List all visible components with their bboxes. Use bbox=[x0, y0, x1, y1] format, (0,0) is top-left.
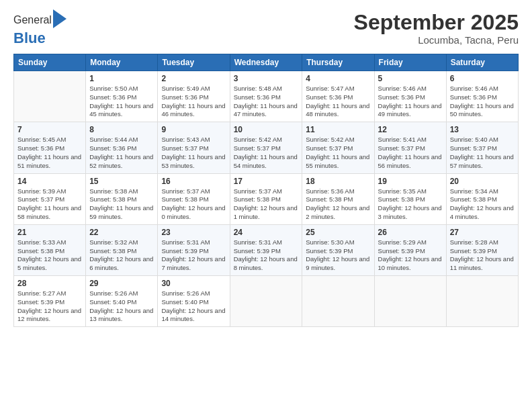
calendar-cell: 22Sunrise: 5:32 AM Sunset: 5:38 PM Dayli… bbox=[86, 224, 158, 275]
calendar-cell: 21Sunrise: 5:33 AM Sunset: 5:38 PM Dayli… bbox=[14, 224, 86, 275]
calendar-cell: 29Sunrise: 5:26 AM Sunset: 5:40 PM Dayli… bbox=[86, 276, 158, 327]
day-info: Sunrise: 5:31 AM Sunset: 5:39 PM Dayligh… bbox=[234, 238, 299, 273]
day-number: 17 bbox=[234, 177, 299, 186]
day-info: Sunrise: 5:37 AM Sunset: 5:38 PM Dayligh… bbox=[161, 187, 226, 222]
day-info: Sunrise: 5:47 AM Sunset: 5:36 PM Dayligh… bbox=[306, 85, 370, 119]
day-number: 15 bbox=[89, 177, 154, 186]
day-info: Sunrise: 5:46 AM Sunset: 5:36 PM Dayligh… bbox=[450, 85, 515, 119]
day-number: 29 bbox=[89, 279, 154, 288]
day-info: Sunrise: 5:33 AM Sunset: 5:38 PM Dayligh… bbox=[17, 238, 82, 273]
day-info: Sunrise: 5:30 AM Sunset: 5:39 PM Dayligh… bbox=[306, 238, 370, 273]
calendar-cell: 24Sunrise: 5:31 AM Sunset: 5:39 PM Dayli… bbox=[230, 224, 302, 275]
calendar-table: SundayMondayTuesdayWednesdayThursdayFrid… bbox=[13, 54, 519, 327]
calendar-cell: 6Sunrise: 5:46 AM Sunset: 5:36 PM Daylig… bbox=[446, 71, 518, 122]
main-title: September 2025 bbox=[354, 11, 519, 34]
day-number: 10 bbox=[234, 125, 299, 134]
day-number: 3 bbox=[234, 74, 299, 83]
calendar-cell: 25Sunrise: 5:30 AM Sunset: 5:39 PM Dayli… bbox=[302, 224, 374, 275]
calendar-week-4: 21Sunrise: 5:33 AM Sunset: 5:38 PM Dayli… bbox=[14, 224, 519, 275]
calendar-cell: 18Sunrise: 5:36 AM Sunset: 5:38 PM Dayli… bbox=[302, 173, 374, 224]
day-number: 20 bbox=[450, 177, 515, 186]
day-info: Sunrise: 5:34 AM Sunset: 5:38 PM Dayligh… bbox=[450, 187, 515, 222]
day-info: Sunrise: 5:38 AM Sunset: 5:38 PM Dayligh… bbox=[89, 187, 154, 222]
day-number: 24 bbox=[234, 228, 299, 237]
day-number: 7 bbox=[17, 125, 82, 134]
calendar-cell: 26Sunrise: 5:29 AM Sunset: 5:39 PM Dayli… bbox=[374, 224, 446, 275]
calendar-cell: 30Sunrise: 5:26 AM Sunset: 5:40 PM Dayli… bbox=[158, 276, 230, 327]
day-number: 8 bbox=[89, 125, 154, 134]
calendar-cell: 9Sunrise: 5:43 AM Sunset: 5:37 PM Daylig… bbox=[158, 122, 230, 173]
day-info: Sunrise: 5:36 AM Sunset: 5:38 PM Dayligh… bbox=[306, 187, 370, 222]
calendar-cell: 19Sunrise: 5:35 AM Sunset: 5:38 PM Dayli… bbox=[374, 173, 446, 224]
day-info: Sunrise: 5:28 AM Sunset: 5:39 PM Dayligh… bbox=[450, 238, 515, 273]
calendar-week-3: 14Sunrise: 5:39 AM Sunset: 5:37 PM Dayli… bbox=[14, 173, 519, 224]
calendar-week-2: 7Sunrise: 5:45 AM Sunset: 5:36 PM Daylig… bbox=[14, 122, 519, 173]
svg-marker-0 bbox=[53, 9, 66, 28]
day-number: 9 bbox=[161, 125, 226, 134]
day-number: 23 bbox=[161, 228, 226, 237]
calendar-cell: 17Sunrise: 5:37 AM Sunset: 5:38 PM Dayli… bbox=[230, 173, 302, 224]
calendar-cell bbox=[446, 276, 518, 327]
day-info: Sunrise: 5:37 AM Sunset: 5:38 PM Dayligh… bbox=[234, 187, 299, 222]
day-info: Sunrise: 5:35 AM Sunset: 5:38 PM Dayligh… bbox=[378, 187, 443, 222]
day-number: 25 bbox=[306, 228, 370, 237]
calendar-header-thursday: Thursday bbox=[302, 54, 374, 71]
calendar-header-wednesday: Wednesday bbox=[230, 54, 302, 71]
day-info: Sunrise: 5:42 AM Sunset: 5:37 PM Dayligh… bbox=[306, 136, 370, 170]
day-number: 2 bbox=[161, 74, 226, 83]
day-number: 27 bbox=[450, 228, 515, 237]
title-block: September 2025 Locumba, Tacna, Peru bbox=[354, 11, 519, 46]
calendar-cell: 5Sunrise: 5:46 AM Sunset: 5:36 PM Daylig… bbox=[374, 71, 446, 122]
day-info: Sunrise: 5:26 AM Sunset: 5:40 PM Dayligh… bbox=[89, 289, 154, 324]
day-number: 26 bbox=[378, 228, 443, 237]
day-number: 22 bbox=[89, 228, 154, 237]
calendar-cell: 14Sunrise: 5:39 AM Sunset: 5:37 PM Dayli… bbox=[14, 173, 86, 224]
day-info: Sunrise: 5:29 AM Sunset: 5:39 PM Dayligh… bbox=[378, 238, 443, 273]
day-info: Sunrise: 5:48 AM Sunset: 5:36 PM Dayligh… bbox=[234, 85, 299, 119]
calendar-cell: 23Sunrise: 5:31 AM Sunset: 5:39 PM Dayli… bbox=[158, 224, 230, 275]
day-info: Sunrise: 5:31 AM Sunset: 5:39 PM Dayligh… bbox=[161, 238, 226, 273]
day-number: 30 bbox=[161, 279, 226, 288]
logo: General Blue bbox=[13, 11, 66, 47]
calendar-cell bbox=[230, 276, 302, 327]
calendar-week-5: 28Sunrise: 5:27 AM Sunset: 5:39 PM Dayli… bbox=[14, 276, 519, 327]
calendar-cell: 20Sunrise: 5:34 AM Sunset: 5:38 PM Dayli… bbox=[446, 173, 518, 224]
calendar-header-monday: Monday bbox=[86, 54, 158, 71]
day-info: Sunrise: 5:49 AM Sunset: 5:36 PM Dayligh… bbox=[161, 85, 226, 119]
calendar-week-1: 1Sunrise: 5:50 AM Sunset: 5:36 PM Daylig… bbox=[14, 71, 519, 122]
calendar-cell: 27Sunrise: 5:28 AM Sunset: 5:39 PM Dayli… bbox=[446, 224, 518, 275]
calendar-cell: 11Sunrise: 5:42 AM Sunset: 5:37 PM Dayli… bbox=[302, 122, 374, 173]
subtitle: Locumba, Tacna, Peru bbox=[354, 34, 519, 46]
logo-blue-text: Blue bbox=[13, 30, 46, 46]
calendar-cell: 15Sunrise: 5:38 AM Sunset: 5:38 PM Dayli… bbox=[86, 173, 158, 224]
calendar-cell: 13Sunrise: 5:40 AM Sunset: 5:37 PM Dayli… bbox=[446, 122, 518, 173]
day-info: Sunrise: 5:39 AM Sunset: 5:37 PM Dayligh… bbox=[17, 187, 82, 222]
day-info: Sunrise: 5:27 AM Sunset: 5:39 PM Dayligh… bbox=[17, 289, 82, 324]
day-info: Sunrise: 5:50 AM Sunset: 5:36 PM Dayligh… bbox=[89, 85, 154, 119]
calendar-cell: 28Sunrise: 5:27 AM Sunset: 5:39 PM Dayli… bbox=[14, 276, 86, 327]
day-number: 6 bbox=[450, 74, 515, 83]
day-number: 12 bbox=[378, 125, 443, 134]
calendar-cell: 3Sunrise: 5:48 AM Sunset: 5:36 PM Daylig… bbox=[230, 71, 302, 122]
page: General Blue September 2025 Locumba, Tac… bbox=[0, 0, 532, 411]
day-number: 18 bbox=[306, 177, 370, 186]
day-number: 21 bbox=[17, 228, 82, 237]
calendar-header-tuesday: Tuesday bbox=[158, 54, 230, 71]
day-info: Sunrise: 5:40 AM Sunset: 5:37 PM Dayligh… bbox=[450, 136, 515, 170]
calendar-cell bbox=[14, 71, 86, 122]
day-info: Sunrise: 5:46 AM Sunset: 5:36 PM Dayligh… bbox=[378, 85, 443, 119]
day-number: 13 bbox=[450, 125, 515, 134]
calendar-cell: 1Sunrise: 5:50 AM Sunset: 5:36 PM Daylig… bbox=[86, 71, 158, 122]
calendar-header-friday: Friday bbox=[374, 54, 446, 71]
day-info: Sunrise: 5:32 AM Sunset: 5:38 PM Dayligh… bbox=[89, 238, 154, 273]
day-info: Sunrise: 5:41 AM Sunset: 5:37 PM Dayligh… bbox=[378, 136, 443, 170]
day-info: Sunrise: 5:45 AM Sunset: 5:36 PM Dayligh… bbox=[17, 136, 82, 170]
calendar-cell: 12Sunrise: 5:41 AM Sunset: 5:37 PM Dayli… bbox=[374, 122, 446, 173]
calendar-cell: 2Sunrise: 5:49 AM Sunset: 5:36 PM Daylig… bbox=[158, 71, 230, 122]
calendar-cell: 16Sunrise: 5:37 AM Sunset: 5:38 PM Dayli… bbox=[158, 173, 230, 224]
logo-general-text: General bbox=[13, 14, 52, 26]
calendar-cell bbox=[302, 276, 374, 327]
calendar-cell: 4Sunrise: 5:47 AM Sunset: 5:36 PM Daylig… bbox=[302, 71, 374, 122]
day-info: Sunrise: 5:43 AM Sunset: 5:37 PM Dayligh… bbox=[161, 136, 226, 170]
day-number: 14 bbox=[17, 177, 82, 186]
